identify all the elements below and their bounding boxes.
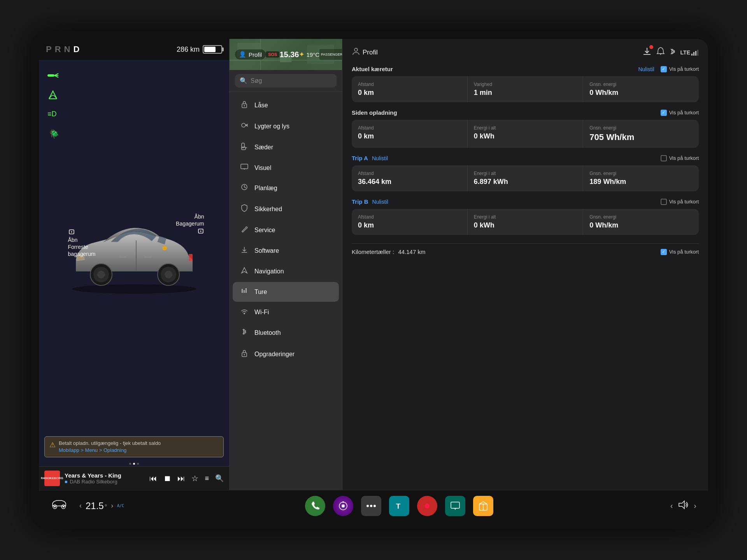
bluetooth-header-button[interactable]	[670, 47, 676, 58]
volume-icon	[677, 500, 689, 512]
menu-item-ture[interactable]: Ture	[233, 282, 339, 302]
svg-rect-64	[697, 50, 698, 56]
warning-icon: ⚠	[49, 441, 56, 449]
menu-item-lygter[interactable]: Lygter og lys	[233, 116, 339, 136]
svg-point-74	[370, 505, 372, 507]
download-header-button[interactable]	[642, 47, 652, 58]
opladning-show-on-map[interactable]: ✓ Vis på turkort	[661, 110, 699, 116]
menu-label-laase: Låse	[254, 102, 268, 109]
range-value: 286 km	[177, 46, 200, 54]
opladning-checkbox[interactable]: ✓	[661, 110, 667, 116]
menu-item-laase[interactable]: Låse	[233, 95, 339, 116]
trip-a-title-row: Trip A Nulistil Vis på turkort	[352, 155, 699, 161]
svg-marker-85	[679, 501, 684, 509]
kilometer-checkbox[interactable]: ✓	[661, 249, 667, 255]
menu-item-opgraderinger[interactable]: Opgraderinger	[233, 344, 339, 364]
trip-b-title-row: Trip B Nulistil Vis på turkort	[352, 198, 699, 205]
trip-a-stats-box: Afstand 36.464 km Energi i alt 6.897 kWh…	[352, 165, 699, 191]
aktuel-nuistil-button[interactable]: Nulistil	[638, 66, 654, 72]
svg-point-10	[200, 231, 201, 232]
svg-point-75	[374, 505, 376, 507]
passenger-airbag-button[interactable]: PASSENGER AIRBAG ON	[319, 49, 342, 60]
svg-point-68	[63, 506, 64, 508]
more-button[interactable]	[361, 496, 381, 516]
svg-rect-61	[691, 54, 693, 56]
search-music-button[interactable]: 🔍	[215, 474, 224, 483]
menu-item-service[interactable]: Service	[233, 220, 339, 240]
trip-b-nuistil-button[interactable]: Nulistil	[372, 199, 388, 205]
range-display: 286 km	[177, 45, 222, 54]
profile-map-icon: 👤	[239, 51, 246, 58]
phone-button[interactable]	[305, 496, 325, 516]
profile-button[interactable]: Profil	[352, 47, 378, 58]
equalizer-button[interactable]: ≡	[205, 474, 209, 483]
map-profile-button[interactable]: 👤 Profil	[235, 49, 266, 60]
search-input-container[interactable]: 🔍 Søg	[235, 74, 337, 88]
prev-track-button[interactable]: ⏮	[149, 474, 157, 483]
package-button[interactable]	[473, 496, 493, 516]
temp-unit: °	[105, 504, 107, 511]
car-image-container: Åbn Forreste bagagerum Åbn Bagagerum	[60, 205, 208, 291]
menu-item-software[interactable]: Software	[233, 241, 339, 261]
media-button[interactable]	[333, 496, 353, 516]
menu-label-lygter: Lygter og lys	[254, 123, 289, 130]
stop-button[interactable]: ⏹	[163, 474, 171, 483]
prnd-display: P R N D	[46, 44, 79, 54]
trip-b-stats-box: Afstand 0 km Energi i alt 0 kWh Gnsn. en…	[352, 209, 699, 235]
trip-a-nuistil-button[interactable]: Nulistil	[372, 155, 388, 161]
opladning-label: Siden opladning	[352, 109, 397, 116]
notification-button[interactable]	[656, 47, 665, 58]
trip-a-gnsn: Gnsn. energi 189 Wh/km	[583, 165, 699, 191]
favorite-button[interactable]: ☆	[191, 474, 198, 483]
volume-decrease-button[interactable]: ‹	[670, 501, 673, 510]
trip-a-energi-alt: Energi i alt 6.897 kWh	[468, 165, 584, 191]
svg-point-72	[342, 501, 344, 503]
aktuel-afstand: Afstand 0 km	[352, 76, 468, 102]
aktuel-label: Aktuel kæretur	[352, 66, 393, 72]
radio-indicator: ■	[65, 479, 67, 485]
taskbar: ‹ 21.5 ° › A/C	[39, 490, 708, 521]
navigation-icon	[240, 267, 249, 276]
volume-control: ‹ ›	[670, 500, 696, 512]
music-info: Years & Years - King ■ DAB Radio Silkebo…	[65, 472, 145, 485]
menu-label-bluetooth: Bluetooth	[254, 329, 281, 336]
trip-b-show-on-map[interactable]: Vis på turkort	[661, 199, 699, 205]
menu-item-bluetooth[interactable]: Bluetooth	[233, 322, 339, 343]
kilometer-show-on-map[interactable]: ✓ Vis på turkort	[661, 249, 699, 255]
svg-marker-47	[242, 268, 247, 273]
svg-line-44	[244, 187, 246, 188]
svg-point-54	[244, 354, 245, 355]
kilometer-text: Kilometertæller : 44.147 km	[352, 248, 425, 255]
kilometer-row: Kilometertæller : 44.147 km ✓ Vis på tur…	[352, 243, 699, 260]
menu-item-sikkerhed[interactable]: Sikkerhed	[233, 199, 339, 219]
volume-increase-button[interactable]: ›	[694, 501, 696, 510]
menu-item-visuel[interactable]: Visuel	[233, 158, 339, 177]
aktuel-checkbox[interactable]: ✓	[661, 66, 667, 72]
screen-button[interactable]	[445, 496, 465, 516]
garage-button[interactable]: T	[389, 496, 409, 516]
trip-b-checkbox[interactable]	[661, 199, 667, 205]
temp-value: 21.5	[86, 500, 104, 511]
trip-b-label: Trip B	[352, 198, 368, 205]
opladning-stats-box: Afstand 0 km Energi i alt 0 kWh Gnsn. en…	[352, 120, 699, 148]
menu-item-saeder[interactable]: Sæder	[233, 137, 339, 158]
trip-a-show-on-map[interactable]: Vis på turkort	[661, 155, 699, 161]
next-track-button[interactable]: ⏭	[177, 474, 185, 483]
svg-rect-39	[241, 164, 248, 169]
menu-item-navigation[interactable]: Navigation	[233, 261, 339, 281]
temp-increase-button[interactable]: ›	[111, 502, 113, 510]
menu-item-wifi[interactable]: Wi-Fi	[233, 303, 339, 322]
svg-point-55	[354, 48, 358, 51]
car-top-bar: P R N D 286 km	[39, 39, 229, 60]
search-placeholder: Søg	[251, 77, 262, 84]
trip-b-gnsn: Gnsn. energi 0 Wh/km	[583, 209, 699, 235]
dashcam-button[interactable]	[417, 496, 437, 516]
aktuel-show-on-map[interactable]: ✓ Vis på turkort	[661, 66, 699, 72]
sos-button[interactable]: SOS	[266, 51, 279, 58]
temp-decrease-button[interactable]: ‹	[79, 502, 82, 510]
menu-item-planlaeg[interactable]: Planlæg	[233, 178, 339, 198]
battery-bar	[203, 45, 222, 54]
trip-b-section: Trip B Nulistil Vis på turkort Afstand 0…	[352, 198, 699, 242]
taskbar-car-icon[interactable]	[51, 499, 68, 513]
trip-a-checkbox[interactable]	[661, 155, 667, 161]
